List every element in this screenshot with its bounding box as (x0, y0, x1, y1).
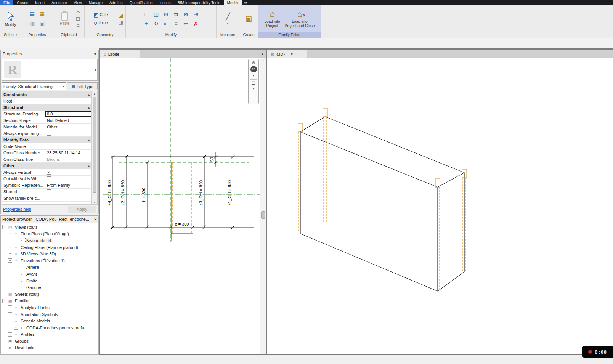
tree-item-label[interactable]: Generic Models (20, 319, 51, 323)
droite-view-canvas[interactable]: e4_Ctrl = 850 e2_Ctrl = 850 h = 800 e3_C… (100, 58, 266, 354)
tree-item[interactable]: ▫Niveau de réf. (1, 237, 98, 244)
tree-item[interactable]: +▫Analytical Links (1, 304, 98, 311)
property-row[interactable]: Always vertical✓ (2, 169, 91, 176)
corner-void-edges[interactable] (299, 117, 466, 291)
checkbox[interactable]: ✓ (47, 170, 51, 175)
view-list-chevron-icon[interactable]: ▾ (259, 50, 266, 58)
tree-item[interactable]: −▦Families (1, 298, 98, 305)
navbar-close-icon[interactable]: ⊗ (252, 60, 255, 65)
family-category-button[interactable]: ▥ (28, 19, 37, 28)
tree-item[interactable]: ▫Arrière (1, 264, 98, 271)
group-collapse-icon[interactable]: ▴ (88, 164, 90, 168)
tree-item[interactable]: ▫Gauche (1, 284, 98, 291)
create-group-button[interactable]: ▣ (241, 14, 257, 24)
property-value[interactable]: Beams (45, 156, 91, 162)
tree-item[interactable]: +▫Annotation Symbols (1, 311, 98, 318)
reference-planes[interactable] (119, 58, 249, 242)
cut-profile-button[interactable]: ⊠ (182, 10, 190, 18)
property-group-header[interactable]: Constraints▴ (2, 91, 91, 98)
tree-item[interactable]: −▫Floor Plans (Plan d'étage) (1, 231, 98, 237)
tree-item-label[interactable]: CODA-Encoches poutres prefa (26, 326, 85, 330)
tab-annotate[interactable]: Annotate (48, 0, 70, 5)
cut-to-clipboard-button[interactable]: ✂ (75, 9, 82, 15)
scrollbar-thumb[interactable] (261, 211, 265, 219)
property-row[interactable]: Cut with Voids Wh... (2, 176, 91, 182)
modify-tool-button[interactable]: Modify (2, 10, 19, 27)
property-value[interactable] (45, 189, 91, 195)
beam-wireframe[interactable] (300, 117, 464, 291)
split-element-button[interactable]: ⇤ (162, 19, 170, 28)
paste-button[interactable]: Paste (56, 11, 73, 26)
property-row[interactable]: Symbolic Represen...From Family (2, 182, 91, 189)
properties-help-link[interactable]: Properties help (3, 207, 31, 212)
offset-button[interactable]: ⇆ (172, 10, 180, 18)
properties-panel-label[interactable]: Properties (21, 32, 53, 38)
tree-item-label[interactable]: Profiles (20, 332, 35, 337)
corner-control-boxes[interactable] (298, 108, 467, 187)
tree-expander-icon[interactable]: − (8, 319, 12, 323)
tree-expander-icon[interactable]: + (8, 252, 12, 256)
tab-insert[interactable]: Insert (32, 0, 48, 5)
tree-item-label[interactable]: Revit Links (14, 345, 36, 350)
tree-item[interactable]: −▫Generic Models (1, 317, 98, 324)
tree-item[interactable]: −▤Views (tout) (1, 224, 98, 231)
visibility-settings-button[interactable]: ▣ (38, 19, 47, 28)
family-filter-combo[interactable]: Family: Structural Framing ▾ (2, 82, 66, 90)
property-row[interactable]: OmniClass Number23.25.30.11.14.14 (2, 150, 91, 156)
close-project-browser-icon[interactable]: × (94, 217, 97, 222)
scroll-up-icon[interactable]: ▲ (260, 59, 266, 62)
tree-item[interactable]: ▥Sheets (tout) (1, 291, 98, 298)
wheel-chevron-icon[interactable]: ▾ (253, 74, 254, 78)
property-row[interactable]: Section ShapeNot Defined (2, 117, 91, 124)
match-properties-button[interactable]: ≡ (172, 19, 180, 28)
property-value[interactable]: Other (45, 124, 91, 130)
property-row[interactable]: Code Name (2, 143, 91, 150)
tree-item[interactable]: +▫Profiles (1, 331, 98, 338)
mirror-button[interactable]: ◫ (152, 10, 160, 18)
property-row[interactable]: Host (2, 98, 91, 104)
view-tab-3d[interactable]: ▧ {3D} × (267, 50, 307, 58)
checkbox[interactable] (47, 189, 51, 194)
dim-e3-ctrl[interactable]: e3_Ctrl = 850 (199, 180, 203, 205)
array-button[interactable]: ⊞ (162, 10, 170, 18)
edit-type-button[interactable]: ▦ Edit Type (67, 82, 98, 90)
scrollbar-thumb[interactable] (93, 97, 96, 193)
property-value[interactable] (45, 176, 91, 182)
tab-bim-interoperability-tools[interactable]: BIM Interoperability Tools (174, 0, 223, 5)
tree-expander-icon[interactable]: − (8, 258, 12, 263)
tree-item[interactable]: ▣Groups (1, 338, 98, 345)
tree-item-label[interactable]: Families (14, 298, 31, 303)
tree-expander-icon[interactable]: + (8, 245, 12, 249)
tab-modify[interactable]: Modify (224, 0, 242, 5)
scale-button[interactable]: ▭ (182, 19, 190, 28)
tree-item-label[interactable]: Ceiling Plans (Plan de plafond) (20, 245, 79, 250)
property-value[interactable]: ✓ (45, 169, 91, 175)
property-value[interactable]: Not Defined (45, 117, 91, 123)
tree-item-label[interactable]: Sheets (tout) (14, 292, 40, 297)
property-row[interactable]: Shared (2, 189, 91, 195)
property-value[interactable] (45, 130, 91, 136)
tab-add-ins[interactable]: Add-Ins (106, 0, 126, 5)
tab-file[interactable]: File (0, 0, 13, 5)
close-properties-icon[interactable]: × (93, 51, 96, 56)
match-type-button[interactable]: ≡ (75, 22, 82, 29)
align-button[interactable]: ∟ (142, 10, 151, 18)
tree-item-label[interactable]: Gauche (26, 285, 42, 290)
dim-e1-ctrl[interactable]: e1_Ctrl = 850 (227, 180, 232, 205)
checkbox[interactable] (47, 176, 51, 181)
tree-item-label[interactable]: Floor Plans (Plan d'étage) (20, 231, 70, 236)
apply-button[interactable]: Apply (68, 206, 96, 213)
tree-item[interactable]: ∞Revit Links (1, 345, 98, 351)
property-value[interactable] (45, 195, 91, 201)
dim-e4-ctrl[interactable]: e4_Ctrl = 850 (107, 180, 112, 205)
view-vertical-scrollbar[interactable]: ▲ (260, 58, 266, 354)
tab-quantification[interactable]: Quantification (126, 0, 156, 5)
tree-item-label[interactable]: 3D Views (Vue 3D) (20, 252, 57, 256)
tree-item-label[interactable]: Annotation Symbols (20, 312, 59, 317)
tree-item-label[interactable]: Arrière (26, 265, 40, 269)
tree-item[interactable]: +▫3D Views (Vue 3D) (1, 250, 98, 257)
property-group-header[interactable]: Identity Data▴ (2, 137, 91, 143)
close-view-icon[interactable]: × (290, 51, 294, 56)
tree-expander-icon[interactable]: + (8, 312, 12, 316)
properties-scrollbar[interactable]: ▲ ▼ (91, 91, 97, 204)
